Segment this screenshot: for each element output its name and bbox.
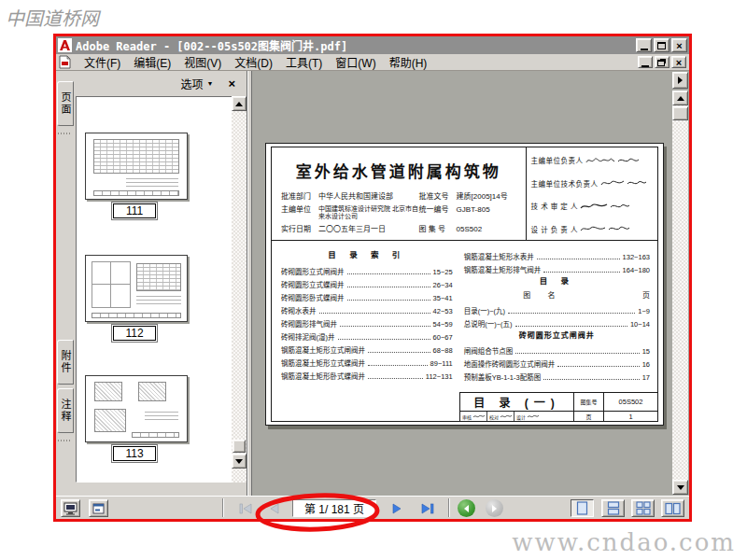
continuous-icon xyxy=(607,501,620,515)
signature-scribble xyxy=(580,202,608,211)
toc-entry-name: 砖砌水表井 xyxy=(281,305,317,315)
last-page-button[interactable] xyxy=(418,499,436,517)
options-label: 选项 xyxy=(180,76,203,91)
menu-edit[interactable]: 编辑(E) xyxy=(134,54,171,70)
signature-scribble xyxy=(527,413,540,419)
doc-restore-button[interactable] xyxy=(655,56,669,68)
document-window-controls: × xyxy=(636,56,686,68)
thumbnail-page-number: 113 xyxy=(113,446,156,461)
arrow-up-icon xyxy=(677,96,684,101)
tab-attachments[interactable]: 附件 xyxy=(57,340,74,385)
page-number-field[interactable]: 第 1/ 181 页 xyxy=(292,499,376,517)
scroll-down-button[interactable] xyxy=(672,480,688,495)
toc-entry-name: 总说明(一)~(五) xyxy=(464,318,513,329)
menu-help[interactable]: 帮助(H) xyxy=(389,54,428,70)
thumb-sketch xyxy=(136,263,181,290)
meta-label: 批准部门 xyxy=(281,192,318,201)
facing-view-button[interactable] xyxy=(661,499,684,517)
doc-restore-icon xyxy=(657,60,665,66)
dotted-leader xyxy=(368,378,423,379)
document-scrollbar[interactable] xyxy=(672,91,688,495)
page-number-value: 1 xyxy=(603,411,657,421)
next-view-button[interactable] xyxy=(486,499,503,517)
toc-entry-name: 砖砌圆形立式闸阀井 xyxy=(281,266,345,276)
panel-scrollbar[interactable] xyxy=(232,96,247,483)
tab-comments[interactable]: 注释 xyxy=(57,388,74,433)
toc-entry-name: 砖砌圆形立式蝶阀井 xyxy=(281,279,345,289)
signature-label: 主编单位负责人 xyxy=(531,155,584,165)
panel-scroll-thumb[interactable] xyxy=(233,440,246,453)
thumb-sketch xyxy=(92,261,130,308)
fit-window-button[interactable] xyxy=(61,499,80,517)
status-bar: 第 1/ 181 页 xyxy=(56,496,689,519)
toc-entry-name: 钢筋混凝土矩形排气阀井 xyxy=(464,264,542,274)
toc-entry-pages: 17 xyxy=(642,373,650,382)
toc-entry: 地面操作砖砌圆形立式闸阀井16 xyxy=(464,356,650,369)
document-scroll-thumb[interactable] xyxy=(672,106,688,120)
close-button[interactable]: × xyxy=(671,38,687,52)
scroll-up-button[interactable] xyxy=(232,96,247,111)
page-layout-button[interactable] xyxy=(89,499,108,517)
arrow-right-icon xyxy=(492,505,497,512)
signature-scribble xyxy=(472,413,486,419)
minimize-button[interactable] xyxy=(636,38,652,52)
table-of-contents: 目 录 索 引 砖砌圆形立式闸阀井15~25砖砌圆形立式蝶阀井26~34砖砌圆形… xyxy=(272,241,657,392)
toc-entry-pages: 54~59 xyxy=(433,320,453,329)
doc-close-button[interactable]: × xyxy=(671,56,686,68)
previous-view-button[interactable] xyxy=(458,499,475,517)
title-bar[interactable]: Adobe Reader - [002--05s502图集阀门井.pdf] × xyxy=(56,36,689,54)
scroll-up-button[interactable] xyxy=(672,91,688,105)
maximize-button[interactable] xyxy=(654,38,669,52)
menu-bar: 文件(F) 编辑(E) 视图(V) 文档(D) 工具(T) 窗口(W) 帮助(H… xyxy=(56,54,689,71)
toc-col-page: 页 xyxy=(622,289,650,302)
previous-page-button[interactable] xyxy=(265,499,283,517)
menu-window[interactable]: 窗口(W) xyxy=(335,54,375,70)
options-button[interactable]: 选项 ▼ xyxy=(180,76,213,91)
last-page-icon xyxy=(421,503,434,514)
toc-entry-name: 砖砌排泥阀(湿)井 xyxy=(281,331,335,342)
continuous-view-button[interactable] xyxy=(601,499,625,517)
dotted-leader xyxy=(347,273,430,274)
monitor-icon xyxy=(63,502,78,515)
menu-document[interactable]: 文档(D) xyxy=(234,54,273,70)
page-thumbnail-112[interactable] xyxy=(85,255,188,322)
page-thumbnail-113[interactable] xyxy=(85,375,188,442)
dotted-leader xyxy=(543,379,639,380)
doc-minimize-button[interactable] xyxy=(638,56,653,68)
continuous-facing-view-button[interactable] xyxy=(631,499,655,517)
menu-file[interactable]: 文件(F) xyxy=(84,54,120,70)
menu-tools[interactable]: 工具(T) xyxy=(286,54,322,70)
howto-pane-toggle-button[interactable] xyxy=(672,72,688,89)
scroll-down-button[interactable] xyxy=(232,454,247,469)
tab-pages[interactable]: 页面 xyxy=(57,81,74,126)
toc-entry: 砖砌圆形立式闸阀井15~25 xyxy=(281,263,453,276)
site-watermark-top: 中国道桥网 xyxy=(6,4,99,31)
single-page-view-button[interactable] xyxy=(571,499,594,517)
toc-entry-name: 地面操作砖砌圆形立式闸阀井 xyxy=(464,358,556,369)
panel-close-button[interactable]: × xyxy=(228,77,235,91)
toc-entry-name: 钢筋混凝土矩形立式闸阀井 xyxy=(281,344,365,355)
navigation-tab-strip: 页面 附件 注释 xyxy=(56,71,75,496)
next-page-button[interactable] xyxy=(388,499,406,517)
signature-scribble xyxy=(610,202,630,211)
toc-right-list: 目录(一)~(九)1~9总说明(一)~(五)10~14 xyxy=(464,302,650,329)
page-thumbnail-111[interactable] xyxy=(85,133,188,200)
meta-value: GJBT-805 xyxy=(457,205,522,214)
signature-label: 技 术 审 定 人 xyxy=(531,201,578,211)
review-label: 审核 xyxy=(462,413,472,420)
previous-page-icon xyxy=(269,503,279,514)
site-watermark-bottom: www.cndao.com xyxy=(512,528,736,556)
atlas-number-value: 05S502 xyxy=(603,393,657,411)
menu-view[interactable]: 视图(V) xyxy=(184,54,221,70)
main-area: 页面 附件 注释 选项 ▼ × xyxy=(56,71,689,496)
toc-entry-pages: 10~14 xyxy=(630,320,650,329)
first-page-button[interactable] xyxy=(236,499,254,517)
pages-panel-header: 选项 ▼ × xyxy=(76,71,247,96)
arrow-up-icon xyxy=(235,102,243,106)
thumb-sketch xyxy=(93,190,180,196)
review-label: 校对 xyxy=(489,413,499,420)
review-label: 设计 xyxy=(516,413,526,420)
first-page-icon xyxy=(239,503,252,514)
meta-label: 图 集 号 xyxy=(419,225,457,233)
signature-scribble xyxy=(608,224,630,233)
